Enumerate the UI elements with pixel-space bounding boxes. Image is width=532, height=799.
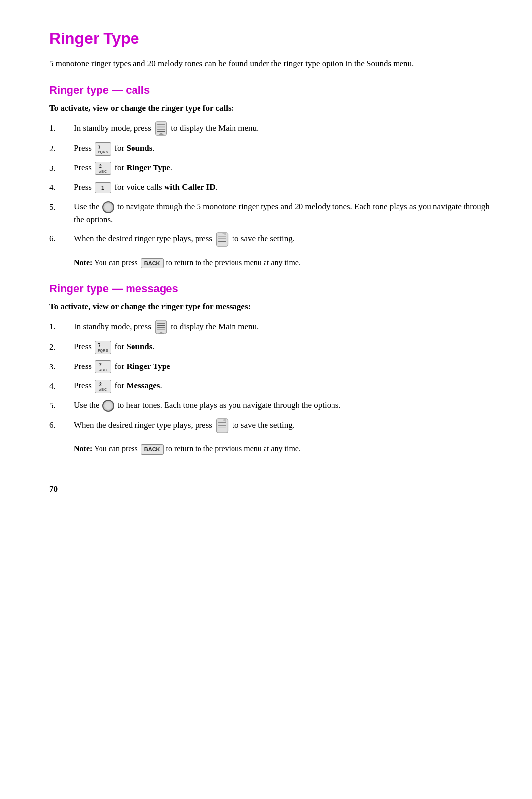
key-2-abc: 2ABC [95, 162, 111, 175]
step-num: 1. [49, 121, 74, 134]
step-content: Press 7PQRS for Sounds. [74, 142, 493, 155]
step-calls-2: 2. Press 7PQRS for Sounds. [49, 142, 493, 155]
svg-rect-17 [217, 233, 228, 246]
key-7-pqrs-msg: 7PQRS [95, 341, 111, 354]
step-content: Press 2ABC for Messages. [74, 379, 493, 393]
step-content: Use the to navigate through the 5 monoto… [74, 200, 493, 227]
step-calls-5: 5. Use the to navigate through the 5 mon… [49, 200, 493, 227]
note-messages: Note: You can press BACK to return to th… [74, 443, 493, 455]
step-messages-2: 2. Press 7PQRS for Sounds. [49, 340, 493, 354]
page-number: 70 [49, 484, 493, 494]
step-content: Press 2ABC for Ringer Type. [74, 162, 493, 175]
save-icon [215, 232, 229, 247]
step-num: 4. [49, 379, 74, 393]
steps-messages: 1. In standby mode, press to display the… [49, 320, 493, 433]
svg-rect-28 [217, 419, 228, 433]
step-num: 2. [49, 142, 74, 155]
step-num: 3. [49, 360, 74, 373]
section-messages: Ringer type — messages To activate, view… [49, 282, 493, 455]
section-calls-title: Ringer type — calls [49, 84, 493, 97]
step-messages-1: 1. In standby mode, press to display the… [49, 320, 493, 334]
page-title: Ringer Type [49, 30, 493, 48]
step-messages-3: 3. Press 2ABC for Ringer Type [49, 360, 493, 373]
step-messages-5: 5. Use the to hear tones. Each tone play… [49, 399, 493, 412]
scroll-icon [102, 201, 114, 213]
step-content: When the desired ringer type plays, pres… [74, 232, 493, 247]
save-icon-msg [215, 418, 229, 433]
step-calls-3: 3. Press 2ABC for Ringer Type. [49, 162, 493, 175]
step-num: 4. [49, 181, 74, 194]
step-num: 2. [49, 340, 74, 354]
step-num: 6. [49, 232, 74, 245]
step-num: 1. [49, 320, 74, 333]
scroll-icon-msg [102, 400, 114, 412]
steps-calls: 1. In standby mode, press to display the… [49, 121, 493, 247]
step-content: When the desired ringer type plays, pres… [74, 418, 493, 433]
step-content: Press 2ABC for Ringer Type [74, 360, 493, 373]
back-button-icon-msg: BACK [141, 444, 164, 455]
intro-paragraph: 5 monotone ringer types and 20 melody to… [49, 57, 493, 70]
key-7-pqrs: 7PQRS [95, 142, 111, 156]
step-content: Use the to hear tones. Each tone plays a… [74, 399, 493, 412]
section-calls: Ringer type — calls To activate, view or… [49, 84, 493, 268]
menu-icon [154, 121, 168, 136]
step-messages-4: 4. Press 2ABC for Messages. [49, 379, 493, 393]
menu-icon [154, 320, 168, 334]
step-calls-1: 1. In standby mode, press to display the… [49, 121, 493, 136]
section-messages-heading: To activate, view or change the ringer t… [49, 302, 493, 312]
step-content: In standby mode, press to display the Ma… [74, 121, 493, 136]
step-content: In standby mode, press to display the Ma… [74, 320, 493, 334]
key-2-abc-messages: 2ABC [95, 380, 111, 393]
step-calls-6: 6. When the desired ringer type plays, p… [49, 232, 493, 247]
step-content: Press 7PQRS for Sounds. [74, 340, 493, 354]
key-2-abc-msg: 2ABC [95, 360, 111, 373]
key-1: 1 [95, 182, 111, 193]
step-num: 5. [49, 200, 74, 214]
step-content: Press 1 for voice calls with Caller ID. [74, 181, 493, 194]
step-num: 3. [49, 162, 74, 175]
section-messages-title: Ringer type — messages [49, 282, 493, 295]
step-messages-6: 6. When the desired ringer type plays, p… [49, 418, 493, 433]
back-button-icon: BACK [141, 258, 164, 268]
step-num: 5. [49, 399, 74, 412]
step-calls-4: 4. Press 1 for voice calls with Caller I… [49, 181, 493, 194]
note-calls: Note: You can press BACK to return to th… [74, 257, 493, 268]
section-calls-heading: To activate, view or change the ringer t… [49, 103, 493, 113]
step-num: 6. [49, 418, 74, 432]
